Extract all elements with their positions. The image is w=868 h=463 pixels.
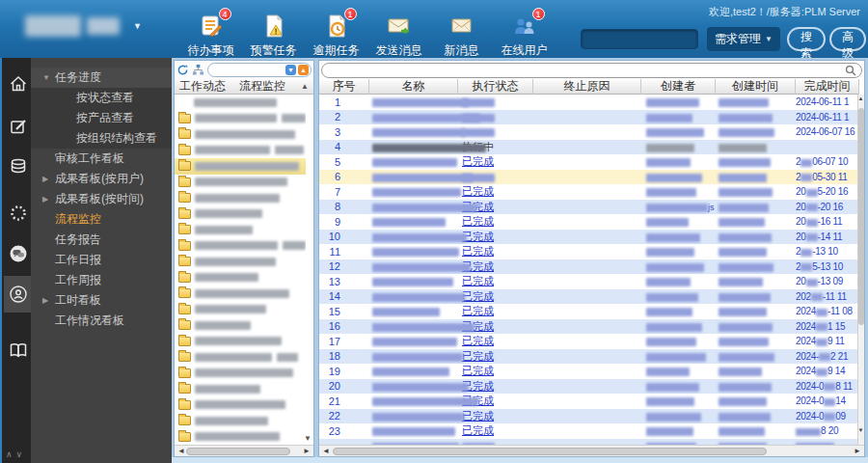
- tree-row[interactable]: [175, 206, 306, 223]
- search-icon[interactable]: [845, 65, 856, 76]
- advanced-search-button[interactable]: 高级: [829, 27, 866, 51]
- status-link[interactable]: 已完成: [462, 365, 494, 376]
- table-filter-input[interactable]: [321, 63, 862, 78]
- tab-work-activity[interactable]: 工作动态: [179, 78, 226, 95]
- scroll-left-icon[interactable]: ◄: [322, 447, 330, 455]
- home-icon[interactable]: [4, 66, 33, 102]
- scroll-up-icon[interactable]: ▲: [857, 95, 864, 101]
- table-row-18[interactable]: 18已完成2024-2 21: [319, 349, 859, 365]
- refresh-icon[interactable]: [176, 64, 189, 76]
- column-header-6[interactable]: 完成时间: [796, 79, 859, 95]
- sidebar-item-3[interactable]: 按组织结构查看: [31, 128, 172, 149]
- sidebar-item-1[interactable]: 按状态查看: [31, 88, 172, 108]
- scroll-down-icon[interactable]: ∨: [16, 449, 27, 459]
- scroll-right-icon[interactable]: ►: [303, 447, 311, 455]
- tab-process-monitor[interactable]: 流程监控: [239, 78, 285, 95]
- tree-row[interactable]: [175, 222, 306, 238]
- search-button[interactable]: 搜索: [787, 27, 826, 51]
- tree-arrow-icon[interactable]: ▶: [42, 175, 55, 183]
- table-row-13[interactable]: 13已完成20-13 09: [319, 274, 859, 289]
- toolbar-item-warning[interactable]: 预警任务: [242, 13, 305, 59]
- tree-row[interactable]: [175, 238, 306, 255]
- edit-compose-icon[interactable]: [4, 108, 33, 145]
- status-link[interactable]: 已完成: [462, 275, 494, 286]
- broadcast-support-icon[interactable]: [4, 276, 33, 313]
- tree-filter-input[interactable]: ▼ ▲: [207, 63, 312, 77]
- table-row-21[interactable]: 21已完成2024-014: [319, 394, 859, 409]
- scroll-right-icon[interactable]: ►: [854, 447, 861, 455]
- column-header-3[interactable]: 终止原因: [533, 79, 641, 95]
- tree-row[interactable]: [175, 286, 306, 302]
- table-row-8[interactable]: 8已完成js20-20 16: [319, 200, 859, 215]
- table-row-5[interactable]: 5已完成206-07 10: [319, 154, 859, 170]
- sidebar-scroll-arrows[interactable]: ∧∨: [6, 449, 26, 459]
- table-row-17[interactable]: 17已完成20249 11: [319, 334, 859, 349]
- tree-row[interactable]: [175, 190, 306, 206]
- sidebar-item-10[interactable]: 工作周报: [31, 270, 172, 290]
- status-link[interactable]: 已完成: [462, 424, 494, 436]
- toolbar-item-send-message[interactable]: 发送消息: [367, 13, 430, 59]
- table-horizontal-scrollbar[interactable]: ◄ ►: [319, 445, 864, 456]
- table-row-3[interactable]: 32024-06-07 16: [319, 124, 859, 140]
- table-row-16[interactable]: 16已完成20241 15: [319, 319, 859, 335]
- status-link[interactable]: 已完成: [462, 245, 494, 257]
- table-row-12[interactable]: 12已完成25-13 10: [319, 259, 859, 275]
- sidebar-item-2[interactable]: 按产品查看: [31, 108, 172, 128]
- table-row-20[interactable]: 20已完成2024-08 11: [319, 379, 859, 395]
- open-book-icon[interactable]: [4, 332, 33, 368]
- toolbar-item-online-users[interactable]: 1 在线用户: [493, 13, 556, 59]
- app-logo[interactable]: ▼: [25, 15, 142, 37]
- org-tree-icon[interactable]: [192, 64, 204, 76]
- sidebar-item-4[interactable]: 审核工作看板: [31, 149, 172, 169]
- column-header-4[interactable]: 创建者: [641, 79, 716, 95]
- column-header-1[interactable]: 名称: [369, 79, 458, 95]
- column-header-0[interactable]: 序号: [319, 79, 369, 95]
- tree-arrow-icon[interactable]: ▼: [42, 73, 55, 82]
- sidebar-item-0[interactable]: ▼任务进度: [31, 68, 172, 88]
- table-vertical-scrollbar[interactable]: ▲ ▼: [857, 95, 864, 446]
- search-category-dropdown[interactable]: 需求管理 ▼: [707, 27, 780, 51]
- tree-row[interactable]: [175, 334, 306, 350]
- sidebar-item-12[interactable]: 工作情况看板: [31, 311, 172, 331]
- table-row-15[interactable]: 15已完成2024-11 08: [319, 304, 859, 319]
- status-link[interactable]: 已完成: [462, 155, 494, 167]
- toolbar-item-overdue[interactable]: 1 逾期任务: [305, 13, 367, 59]
- table-row-11[interactable]: 11已完成2-13 10: [319, 244, 859, 259]
- tree-row[interactable]: [175, 429, 306, 446]
- status-link[interactable]: 已完成: [462, 350, 494, 362]
- status-link[interactable]: 已完成: [462, 215, 494, 227]
- table-row-22[interactable]: 22已完成2024-009: [319, 409, 859, 424]
- status-link[interactable]: 已完成: [462, 185, 494, 197]
- tree-row[interactable]: [175, 270, 306, 286]
- chat-messages-icon[interactable]: [4, 235, 33, 272]
- loading-spinner-icon[interactable]: [4, 195, 33, 232]
- tree-row[interactable]: [175, 111, 306, 127]
- collapse-up-icon[interactable]: ▲: [301, 82, 309, 91]
- table-row-1[interactable]: 12024-06-11 1: [319, 95, 859, 110]
- scroll-up-icon[interactable]: ∧: [6, 449, 16, 459]
- tree-arrow-icon[interactable]: ▶: [42, 296, 55, 305]
- status-link[interactable]: 已完成: [462, 290, 494, 302]
- tree-row[interactable]: [175, 302, 306, 318]
- tree-horizontal-scrollbar[interactable]: ◄ ►: [175, 445, 313, 456]
- tree-scroll-down-icon[interactable]: ▼: [304, 434, 312, 443]
- filter-down-button[interactable]: ▼: [285, 65, 296, 75]
- status-link[interactable]: 已完成: [462, 335, 494, 346]
- table-row-23[interactable]: 23已完成8 20: [319, 423, 859, 439]
- tree-row[interactable]: [175, 175, 306, 191]
- table-row-10[interactable]: 10已完成20-14 11: [319, 230, 859, 245]
- table-row-7[interactable]: 7已完成205-20 16: [319, 184, 859, 200]
- sidebar-item-9[interactable]: 工作日报: [31, 250, 172, 270]
- database-icon[interactable]: [4, 149, 33, 185]
- toolbar-item-new-message[interactable]: 新消息: [430, 13, 493, 59]
- scroll-down-icon[interactable]: ▼: [857, 427, 864, 433]
- tree-row[interactable]: [175, 381, 306, 397]
- tree-row[interactable]: [175, 95, 306, 111]
- sidebar-item-11[interactable]: ▶工时看板: [31, 290, 172, 311]
- tree-row[interactable]: [175, 349, 306, 366]
- column-header-2[interactable]: 执行状态: [458, 79, 533, 95]
- logo-dropdown-caret-icon[interactable]: ▼: [133, 21, 142, 31]
- table-row-2[interactable]: 22024-06-11 1: [319, 110, 859, 125]
- tree-arrow-icon[interactable]: ▶: [42, 195, 55, 204]
- tree-hscroll-thumb[interactable]: [186, 448, 290, 455]
